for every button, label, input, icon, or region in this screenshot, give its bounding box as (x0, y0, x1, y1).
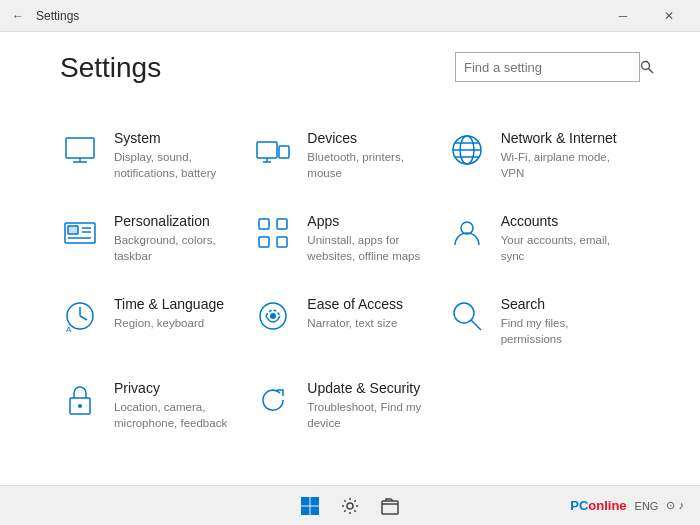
search-icon[interactable] (640, 52, 654, 82)
svg-rect-22 (277, 237, 287, 247)
setting-item-accounts[interactable]: Accounts Your accounts, email, sync (447, 197, 640, 280)
devices-icon (253, 130, 293, 170)
network-title: Network & Internet (501, 130, 630, 146)
taskbar: PConline ENG ⊙ ♪ (0, 485, 700, 525)
svg-point-38 (347, 503, 353, 509)
system-text: System Display, sound, notifications, ba… (114, 130, 243, 181)
accounts-text: Accounts Your accounts, email, sync (501, 213, 630, 264)
setting-item-apps[interactable]: Apps Uninstall, apps for websites, offli… (253, 197, 446, 280)
setting-item-time[interactable]: A Time & Language Region, keyboard (60, 280, 253, 363)
start-button[interactable] (298, 494, 322, 518)
main-content: Settings System Display, sound, notifica… (0, 32, 700, 485)
system-icon (60, 130, 100, 170)
search-desc: Find my files, permissions (501, 315, 630, 347)
search-box[interactable] (455, 52, 640, 82)
svg-line-31 (471, 320, 481, 330)
ease-icon (253, 296, 293, 336)
taskbar-center (298, 494, 402, 518)
accounts-icon (447, 213, 487, 253)
personalization-icon (60, 213, 100, 253)
setting-item-devices[interactable]: Devices Bluetooth, printers, mouse (253, 114, 446, 197)
svg-rect-37 (311, 506, 320, 515)
ease-text: Ease of Access Narrator, text size (307, 296, 436, 331)
svg-rect-34 (301, 497, 310, 506)
update-text: Update & Security Troubleshoot, Find my … (307, 380, 436, 431)
privacy-icon (60, 380, 100, 420)
privacy-title: Privacy (114, 380, 243, 396)
update-icon (253, 380, 293, 420)
update-desc: Troubleshoot, Find my device (307, 399, 436, 431)
accounts-desc: Your accounts, email, sync (501, 232, 630, 264)
setting-item-system[interactable]: System Display, sound, notifications, ba… (60, 114, 253, 197)
search-title: Search (501, 296, 630, 312)
accounts-title: Accounts (501, 213, 630, 229)
system-tray-icons: ⊙ ♪ (666, 499, 684, 512)
titlebar-left: ← Settings (8, 6, 79, 26)
time-icon: A (60, 296, 100, 336)
window-controls: ─ ✕ (600, 0, 692, 32)
setting-item-personalization[interactable]: Personalization Background, colors, task… (60, 197, 253, 280)
update-title: Update & Security (307, 380, 436, 396)
svg-rect-19 (259, 219, 269, 229)
window-title: Settings (36, 9, 79, 23)
privacy-text: Privacy Location, camera, microphone, fe… (114, 380, 243, 431)
search-input[interactable] (456, 53, 640, 81)
personalization-text: Personalization Background, colors, task… (114, 213, 243, 264)
minimize-button[interactable]: ─ (600, 0, 646, 32)
apps-text: Apps Uninstall, apps for websites, offli… (307, 213, 436, 264)
devices-desc: Bluetooth, printers, mouse (307, 149, 436, 181)
svg-point-23 (461, 222, 473, 234)
taskbar-settings-button[interactable] (338, 494, 362, 518)
svg-line-1 (649, 69, 654, 74)
setting-item-update[interactable]: Update & Security Troubleshoot, Find my … (253, 364, 446, 447)
time-desc: Region, keyboard (114, 315, 243, 331)
svg-text:A: A (66, 325, 72, 334)
close-button[interactable]: ✕ (646, 0, 692, 32)
setting-item-privacy[interactable]: Privacy Location, camera, microphone, fe… (60, 364, 253, 447)
svg-rect-20 (277, 219, 287, 229)
network-desc: Wi-Fi, airplane mode, VPN (501, 149, 630, 181)
system-desc: Display, sound, notifications, battery (114, 149, 243, 181)
personalization-title: Personalization (114, 213, 243, 229)
setting-item-network[interactable]: Network & Internet Wi-Fi, airplane mode,… (447, 114, 640, 197)
devices-text: Devices Bluetooth, printers, mouse (307, 130, 436, 181)
apps-icon (253, 213, 293, 253)
ease-desc: Narrator, text size (307, 315, 436, 331)
setting-item-search[interactable]: Search Find my files, permissions (447, 280, 640, 363)
personalization-desc: Background, colors, taskbar (114, 232, 243, 264)
svg-rect-15 (68, 226, 78, 234)
taskbar-files-button[interactable] (378, 494, 402, 518)
svg-rect-2 (66, 138, 94, 158)
brand-label: PConline (570, 498, 626, 513)
svg-line-26 (80, 316, 87, 320)
svg-point-33 (78, 404, 82, 408)
language-indicator: ENG (635, 500, 659, 512)
svg-point-29 (270, 313, 276, 319)
page-title: Settings (60, 52, 161, 84)
setting-item-ease[interactable]: Ease of Access Narrator, text size (253, 280, 446, 363)
network-text: Network & Internet Wi-Fi, airplane mode,… (501, 130, 630, 181)
apps-desc: Uninstall, apps for websites, offline ma… (307, 232, 436, 264)
system-title: System (114, 130, 243, 146)
title-bar: ← Settings ─ ✕ (0, 0, 700, 32)
search-icon (447, 296, 487, 336)
time-text: Time & Language Region, keyboard (114, 296, 243, 331)
search-text: Search Find my files, permissions (501, 296, 630, 347)
apps-title: Apps (307, 213, 436, 229)
svg-point-0 (642, 62, 650, 70)
back-button[interactable]: ← (8, 6, 28, 26)
svg-rect-21 (259, 237, 269, 247)
svg-rect-35 (311, 497, 320, 506)
privacy-desc: Location, camera, microphone, feedback (114, 399, 243, 431)
network-icon (447, 130, 487, 170)
svg-rect-36 (301, 506, 310, 515)
page-header: Settings (60, 52, 640, 84)
svg-rect-5 (257, 142, 277, 158)
svg-rect-39 (382, 501, 398, 514)
ease-title: Ease of Access (307, 296, 436, 312)
settings-grid: System Display, sound, notifications, ba… (60, 114, 640, 447)
svg-rect-6 (279, 146, 289, 158)
time-title: Time & Language (114, 296, 243, 312)
devices-title: Devices (307, 130, 436, 146)
